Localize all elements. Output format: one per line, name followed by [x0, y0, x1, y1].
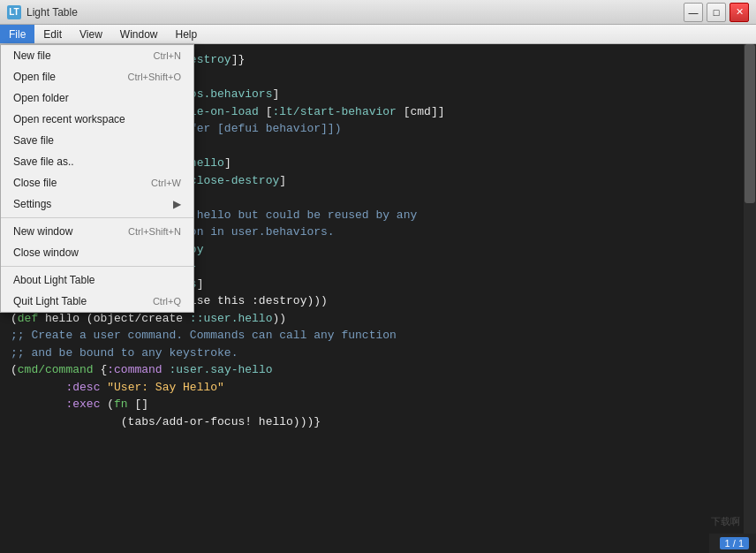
- window-title: Light Table: [26, 6, 684, 19]
- menu-about[interactable]: About Light Table: [1, 269, 193, 291]
- watermark: 下载啊: [711, 515, 740, 528]
- file-dropdown: New file Ctrl+N Open file Ctrl+Shift+O O…: [0, 44, 194, 313]
- menu-quit[interactable]: Quit Light Table Ctrl+Q: [1, 291, 193, 312]
- menu-file[interactable]: File New file Ctrl+N Open file Ctrl+Shif…: [0, 25, 34, 43]
- menu-settings[interactable]: Settings ▶: [1, 193, 193, 215]
- title-bar: LT Light Table — □ ✕: [0, 0, 756, 25]
- menu-edit[interactable]: Edit: [34, 25, 71, 43]
- code-line: (cmd/command {:command :user.say-hello: [11, 361, 745, 379]
- maximize-button[interactable]: □: [707, 3, 726, 22]
- status-bar: 1 / 1: [709, 534, 756, 553]
- code-line: (tabs/add-or-focus! hello)))}: [11, 413, 745, 431]
- code-line: :desc "User: Say Hello": [11, 379, 745, 397]
- separator-1: [1, 217, 193, 218]
- menu-new-file[interactable]: New file Ctrl+N: [1, 45, 193, 66]
- menu-open-recent[interactable]: Open recent workspace: [1, 109, 193, 130]
- code-line: :exec (fn []: [11, 396, 745, 413]
- menu-window[interactable]: Window: [111, 25, 167, 43]
- menu-close-window[interactable]: Close window: [1, 242, 193, 263]
- menu-new-window[interactable]: New window Ctrl+Shift+N: [1, 221, 193, 242]
- minimize-button[interactable]: —: [684, 3, 703, 22]
- menu-open-folder[interactable]: Open folder: [1, 87, 193, 109]
- menu-save-file-as[interactable]: Save file as..: [1, 151, 193, 172]
- app-icon-text: LT: [9, 7, 19, 17]
- close-button[interactable]: ✕: [730, 3, 749, 22]
- menu-save-file[interactable]: Save file: [1, 130, 193, 151]
- code-line: ;; and be bound to any keystroke.: [11, 345, 745, 362]
- code-line: ;; Create a user command. Commands can c…: [11, 327, 745, 345]
- menu-view[interactable]: View: [71, 25, 111, 43]
- page-badge: 1 / 1: [720, 537, 749, 549]
- app-icon: LT: [7, 5, 21, 19]
- menu-help[interactable]: Help: [167, 25, 207, 43]
- separator-2: [1, 266, 193, 267]
- window-controls: — □ ✕: [684, 3, 749, 22]
- menu-open-file[interactable]: Open file Ctrl+Shift+O: [1, 66, 193, 87]
- menu-close-file[interactable]: Close file Ctrl+W: [1, 172, 193, 193]
- scrollbar-thumb[interactable]: [745, 44, 755, 203]
- menu-bar: File New file Ctrl+N Open file Ctrl+Shif…: [0, 25, 756, 44]
- scrollbar[interactable]: [744, 44, 756, 553]
